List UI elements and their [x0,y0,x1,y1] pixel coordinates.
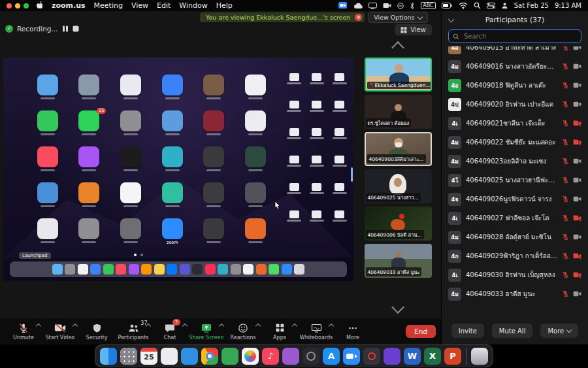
app-icon[interactable] [245,182,266,203]
dock-icon-app-store[interactable]: A [323,348,340,365]
menu-zoomus[interactable]: zoom.us [52,1,86,10]
launchpad-app-icon[interactable] [69,182,110,207]
dock-icon-quicktime[interactable] [302,348,319,365]
dock-icon-podcasts[interactable] [282,348,299,365]
app-icon[interactable] [162,218,183,239]
launchpad-app-icon[interactable] [193,75,235,99]
desktop-file-icon[interactable] [328,183,351,194]
participant-row[interactable]: 4ม406409023อยลิส้าอ มะเซง [442,152,588,171]
shared-dock-app-icon[interactable] [282,264,292,275]
participant-row[interactable]: 4จ406409026นูรฟิรดาวน์ จารง [442,190,588,209]
apple-menu-icon[interactable] [37,1,44,10]
video-thumbnail[interactable]: 406409025 นางสาว... [365,169,432,203]
participant-row[interactable]: 4ล406409018 ฟิตูลีนา ลาเต๊ะ [442,76,588,95]
video-thumbnail[interactable]: ดร.ชูไดลดา ต้อมอง [365,95,432,129]
app-icon[interactable] [78,182,99,203]
shared-screen-scrollbar[interactable] [351,167,353,182]
desktop-file-icon[interactable] [283,73,306,84]
invite-button[interactable]: Invite [451,324,484,338]
app-icon[interactable] [203,218,224,239]
zoom-window-button[interactable] [24,3,29,8]
toolbar-reactions[interactable]: Reactions [225,319,261,344]
shared-dock-app-icon[interactable] [192,264,203,275]
desktop-file-icon[interactable] [306,156,329,167]
view-options-button[interactable]: View Options [368,12,427,23]
wifi-icon[interactable] [459,2,468,9]
launchpad-app-icon[interactable] [69,146,110,171]
participant-row[interactable]: 4เ406409030 อิรฟาน เบ็ญสุหลง [442,265,588,284]
participant-row[interactable]: 4ส406409015 อาหะหาด สาเมาะ [442,46,588,57]
toolbar-whiteboards[interactable]: Whiteboards [298,319,335,344]
page-dot-inactive[interactable] [140,254,143,256]
dock-icon-excel[interactable]: X [424,348,441,365]
menu-view[interactable]: View [131,1,148,10]
launchpad-app-icon[interactable] [152,146,193,171]
dock-icon-home[interactable] [221,348,238,365]
shared-dock-app-icon[interactable] [52,264,63,275]
chevron-up-icon[interactable] [292,324,297,329]
user-switcher-icon[interactable] [501,2,508,9]
shared-dock-app-icon[interactable] [103,264,114,275]
cloud-icon[interactable] [353,3,363,9]
launchpad-app-icon[interactable] [27,110,69,135]
launchpad-app-icon[interactable] [110,146,152,171]
scroll-thumbnails-up-icon[interactable] [391,41,404,54]
launchpad-app-icon[interactable] [69,75,110,99]
shared-dock-app-icon[interactable] [243,264,253,275]
video-thumbnail[interactable]: 406409006 บัลดี ลาน... [365,207,432,241]
app-icon[interactable] [120,110,141,131]
chevron-up-icon[interactable] [182,324,188,329]
stop-recording-button[interactable] [73,25,79,32]
launchpad-app-icon[interactable] [110,182,152,207]
dock-icon-calendar[interactable]: 25 [140,348,157,365]
dock-icon-finder[interactable] [100,348,117,365]
participant-row[interactable]: 4ม406409033 อาดีส มูนะ [442,284,588,303]
shared-dock-app-icon[interactable] [154,264,165,275]
menu-window[interactable]: Window [179,1,207,10]
dock-icon-launchpad[interactable] [120,348,137,365]
mute-all-button[interactable]: Mute All [492,324,533,338]
pause-recording-button[interactable] [62,25,69,32]
do-not-disturb-icon[interactable] [397,3,404,9]
app-icon[interactable] [78,75,99,95]
dock-icon-numbers[interactable] [161,348,178,365]
battery-icon[interactable] [442,3,453,8]
launchpad-app-icon[interactable] [193,182,235,207]
app-icon[interactable] [120,218,141,239]
collapse-panel-icon[interactable] [448,16,455,23]
shared-dock-app-icon[interactable] [167,264,177,275]
spotlight-icon[interactable] [474,2,481,9]
dock-icon-trash[interactable] [471,348,488,365]
app-icon[interactable] [203,146,224,167]
participants-search-box[interactable] [448,29,581,43]
app-icon[interactable] [203,182,224,203]
more-button[interactable]: More [540,324,578,338]
launchpad-app-icon[interactable] [152,75,193,99]
chevron-up-icon[interactable] [329,324,334,329]
chevron-up-icon[interactable] [36,324,41,329]
toolbar-apps[interactable]: Apps [261,319,298,344]
minimize-window-button[interactable] [15,3,20,8]
launchpad-app-icon[interactable] [27,75,69,99]
launchpad-app-icon[interactable] [69,218,110,244]
app-icon[interactable] [162,75,183,95]
toolbar-security[interactable]: Security [78,319,115,344]
participant-row[interactable]: 4โ406409025 นางสาวฮานีฟะห์ โต๊ะเ [442,171,588,190]
launchpad-app-icon[interactable] [27,218,69,244]
menu-help[interactable]: Help [216,1,233,10]
app-icon[interactable] [120,75,141,95]
video-thumbnail[interactable]: Ekkaluck Saengduen... [365,58,432,92]
desktop-file-icon[interactable] [283,183,306,194]
launchpad-app-icon[interactable] [193,146,235,171]
launchpad-app-icon[interactable] [235,218,276,244]
app-icon[interactable] [245,218,266,239]
launchpad-app-icon[interactable] [193,218,235,244]
dock-icon-word[interactable]: W [404,348,421,365]
shared-dock-app-icon[interactable] [205,264,216,275]
shared-dock-app-icon[interactable] [78,264,88,275]
desktop-file-icon[interactable] [328,128,351,139]
menu-bar-date[interactable]: Sat Feb 25 [514,2,549,9]
close-banner-icon[interactable]: ✕ [355,14,362,21]
menu-edit[interactable]: Edit [157,1,171,10]
dock-icon-chrome[interactable] [201,348,218,365]
